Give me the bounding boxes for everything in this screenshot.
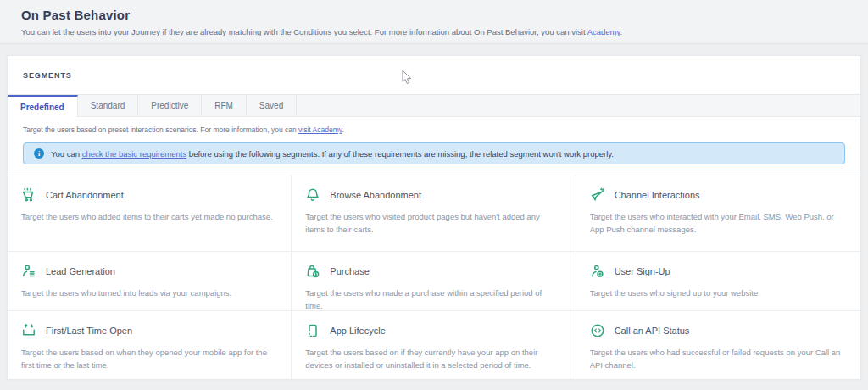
card-description: Target the users based on when they open…	[21, 346, 275, 371]
card-first-last-time-open[interactable]: First/Last Time Open Target the users ba…	[8, 311, 292, 379]
tab-predictive[interactable]: Predictive	[138, 95, 202, 116]
card-description: Target the users who added items to thei…	[21, 210, 275, 223]
card-title: Channel Interactions	[615, 190, 700, 200]
card-browse-abandonment[interactable]: Browse Abandonment Target the users who …	[292, 176, 576, 252]
bell-icon	[305, 187, 320, 203]
card-title: User Sign-Up	[615, 266, 670, 276]
card-head: First/Last Time Open	[21, 323, 277, 338]
paper-plane-icon	[590, 187, 605, 203]
requirements-info-banner: i You can check the basic requirements b…	[23, 142, 845, 164]
card-description: Target the users who had successful or f…	[590, 346, 844, 371]
lead-person-icon	[21, 264, 36, 279]
card-description: Target the users who interacted with you…	[590, 210, 844, 236]
card-head: User Sign-Up	[590, 264, 847, 279]
segments-label: SEGMENTS	[23, 71, 72, 80]
cart-icon	[21, 187, 36, 203]
code-circle-icon	[590, 323, 605, 338]
card-purchase[interactable]: Purchase Target the users who made a pur…	[292, 252, 576, 311]
card-description: Target the users who made a purchase wit…	[305, 287, 559, 312]
mouse-cursor	[402, 70, 413, 86]
card-head: Channel Interactions	[590, 187, 847, 203]
card-title: First/Last Time Open	[46, 326, 132, 336]
tab-rfm[interactable]: RFM	[202, 95, 247, 116]
user-plus-icon	[590, 264, 605, 279]
card-title: Browse Abandonment	[330, 190, 421, 200]
check-basic-requirements-link[interactable]: check the basic requirements	[82, 149, 187, 159]
card-head: Browse Abandonment	[305, 187, 561, 203]
card-user-sign-up[interactable]: User Sign-Up Target the users who signed…	[576, 252, 860, 311]
segments-panel-header: SEGMENTS	[8, 56, 860, 95]
bag-clock-icon	[305, 264, 320, 279]
page-subtitle: You can let the users into your Journey …	[21, 27, 847, 36]
card-title: Lead Generation	[46, 266, 115, 276]
page-header: On Past Behavior You can let the users i…	[0, 0, 868, 44]
card-head: Lead Generation	[21, 264, 277, 279]
segment-cards-grid: Cart Abandonment Target the users who ad…	[8, 175, 860, 379]
page-subtitle-text: You can let the users into your Journey …	[21, 27, 587, 36]
tab-description-period: .	[342, 125, 343, 134]
card-description: Target the users who signed up to your w…	[590, 287, 844, 299]
card-title: Purchase	[330, 266, 369, 276]
card-lead-generation[interactable]: Lead Generation Target the users who tur…	[8, 252, 292, 311]
academy-link[interactable]: Academy	[587, 27, 620, 36]
card-app-lifecycle[interactable]: App Lifecycle Target the users based on …	[292, 311, 576, 379]
card-call-an-api-status[interactable]: Call an API Status Target the users who …	[576, 311, 860, 379]
page-subtitle-period: .	[620, 27, 623, 36]
card-head: Purchase	[305, 264, 561, 279]
tab-saved[interactable]: Saved	[247, 95, 297, 116]
segments-tab-bar: Predefined Standard Predictive RFM Saved	[8, 95, 860, 117]
card-head: Cart Abandonment	[21, 187, 277, 203]
card-head: App Lifecycle	[305, 323, 561, 338]
banner-text-before: You can	[51, 149, 82, 159]
card-title: Call an API Status	[615, 326, 690, 336]
banner-text-after: before using the following segments. If …	[186, 149, 614, 159]
tab-description-text: Target the users based on preset interac…	[23, 125, 298, 134]
info-icon: i	[34, 148, 44, 159]
card-title: Cart Abandonment	[46, 190, 124, 200]
box-arrows-icon	[21, 323, 36, 338]
visit-academy-link[interactable]: visit Academy	[298, 125, 342, 134]
card-description: Target the users who visited product pag…	[305, 210, 559, 236]
card-description: Target the users who turned into leads v…	[21, 287, 275, 299]
tab-standard[interactable]: Standard	[78, 95, 139, 116]
banner-text: You can check the basic requirements bef…	[51, 149, 614, 159]
card-title: App Lifecycle	[330, 326, 385, 336]
page-title: On Past Behavior	[21, 8, 847, 22]
tab-description: Target the users based on preset interac…	[8, 117, 860, 134]
card-cart-abandonment[interactable]: Cart Abandonment Target the users who ad…	[8, 176, 292, 252]
mobile-app-icon	[305, 323, 320, 338]
card-channel-interactions[interactable]: Channel Interactions Target the users wh…	[576, 176, 860, 252]
card-head: Call an API Status	[590, 323, 847, 338]
segments-panel: SEGMENTS Predefined Standard Predictive …	[7, 55, 861, 379]
tab-predefined[interactable]: Predefined	[8, 95, 78, 117]
card-description: Target the users based on if they curren…	[305, 346, 559, 371]
